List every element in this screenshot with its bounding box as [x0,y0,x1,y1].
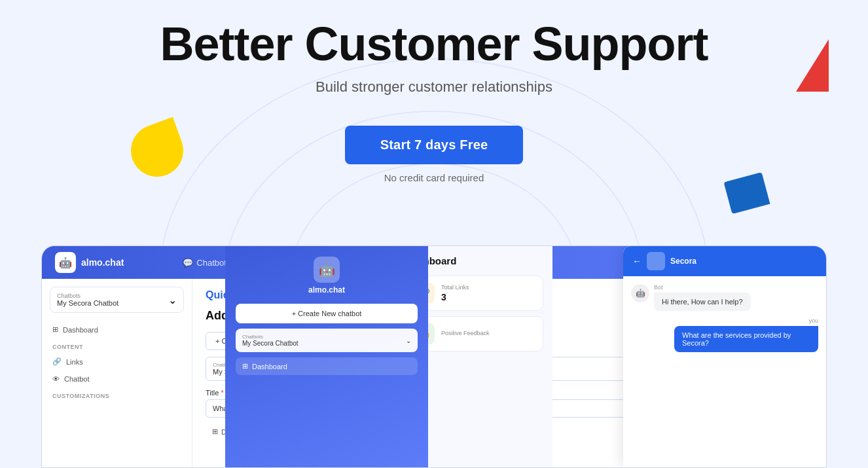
brand-name: Secora [670,257,696,266]
required-marker: * [221,389,223,397]
bot-bubble: Hi there, How can I help? [654,293,751,311]
sidebar: Chatbots My Secora Chatbot ⌄ ⊞ Dashboard… [42,279,192,467]
popup-dropdown-label: Chatbots [242,334,298,340]
positive-feedback-label: Positive Feedback [441,330,490,336]
popup-logo-text: almo.chat [308,285,345,295]
dashboard-icon: ⊞ [52,325,58,334]
sidebar-dashboard[interactable]: ⊞ Dashboard [42,321,192,338]
app-logo: 🤖 almo.chat [55,252,124,273]
no-credit-card-text: No credit card required [13,172,855,183]
sidebar-dropdown-label: Chatbots [57,293,118,299]
bot-avatar: 🤖 [631,284,649,302]
popup-chatbots-dropdown[interactable]: Chatbots My Secora Chatbot ⌄ [236,329,418,352]
popup-logo: 🤖 almo.chat [236,257,418,295]
chat-panel: ← Secora 🤖 Bot Hi there, How can I help?… [623,246,826,467]
cta-button[interactable]: Start 7 days Free [345,126,524,164]
user-label: you [808,317,818,324]
user-message: you What are the services provided by Se… [631,317,818,352]
chat-body: 🤖 Bot Hi there, How can I help? you What… [623,276,826,360]
hero-title: Better Customer Support [13,20,855,69]
chevron-icon: ⌄ [406,337,411,344]
total-links-label: Total Links [441,284,469,291]
bot-name: Bot [654,284,751,291]
dashboard-nav-icon: ⊞ [212,427,218,436]
dashboard-icon: ⊞ [242,362,248,370]
link-icon: 🔗 [52,357,62,366]
sidebar-links[interactable]: 🔗 Links [42,353,192,370]
nav-chatbots[interactable]: 💬 Chatbots [183,258,230,268]
logo-icon: 🤖 [55,252,76,273]
back-arrow-icon[interactable]: ← [632,256,642,266]
hero-subtitle: Build stronger customer relationships [13,79,855,96]
chatbot-icon: 👁 [52,375,60,383]
sidebar-chatbot[interactable]: 👁 Chatbot [42,370,192,387]
sidebar-chatbot-dropdown[interactable]: Chatbots My Secora Chatbot ⌄ [50,287,184,313]
hero-section: Better Customer Support Build stronger c… [0,0,868,183]
popup-create-button[interactable]: + Create New chatbot [236,304,418,323]
chevron-icon: ⌄ [168,294,177,306]
user-bubble: What are the services provided by Secora… [674,326,818,352]
sidebar-customizations-section: CUSTOMIZATIONS [42,387,192,402]
popup-dashboard-nav[interactable]: ⊞ Dashboard [236,357,418,375]
chat-header: ← Secora [623,246,826,276]
sidebar-content-section: CONTENT [42,338,192,353]
bot-message: 🤖 Bot Hi there, How can I help? [631,284,818,311]
app-name: almo.chat [81,257,124,268]
sidebar-dropdown-value: My Secora Chatbot [57,299,118,307]
popup-panel: 🤖 almo.chat + Create New chatbot Chatbot… [225,246,428,467]
brand-icon [647,252,665,270]
popup-logo-icon: 🤖 [314,257,340,283]
app-preview: 🤖 almo.chat 💬 Chatbots ☰ Billing Chatbot… [41,245,827,468]
popup-dropdown-value: My Secora Chatbot [242,340,298,347]
total-links-value: 3 [441,292,469,302]
